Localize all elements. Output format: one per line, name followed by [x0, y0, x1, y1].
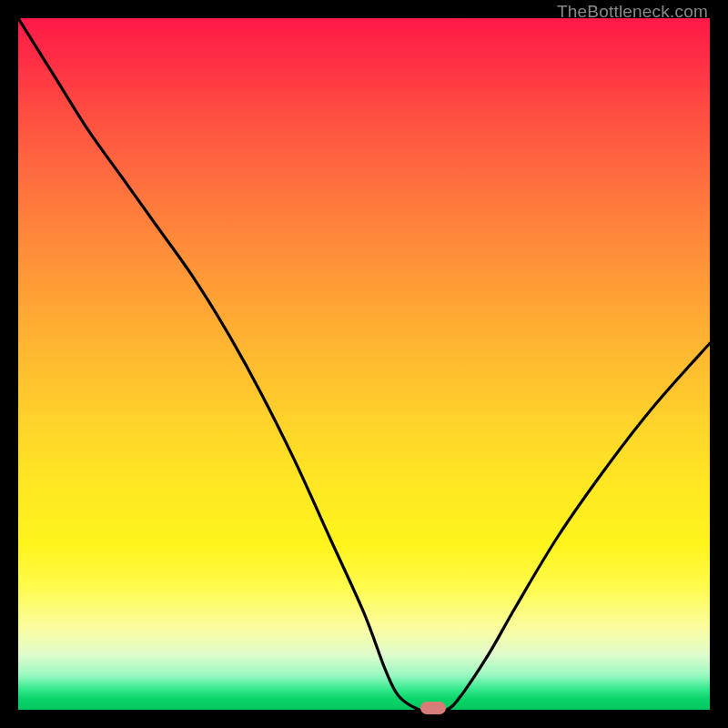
- chart-container: TheBottleneck.com: [0, 0, 728, 728]
- plot-area: [18, 18, 710, 710]
- curve-svg: [18, 18, 710, 710]
- bottleneck-curve: [18, 18, 710, 710]
- optimum-marker: [420, 702, 446, 714]
